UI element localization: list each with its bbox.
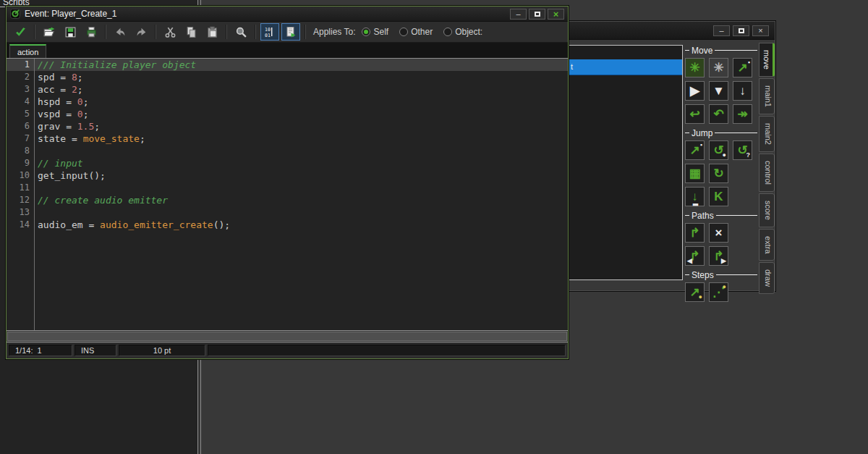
code-line[interactable]: 11 — [7, 182, 568, 194]
code-line[interactable]: 3acc = 2; — [7, 83, 568, 96]
set-friction-icon: ↠ — [737, 108, 747, 120]
code-line[interactable]: 2spd = 8; — [7, 71, 568, 83]
close-button[interactable]: × — [548, 9, 564, 20]
step-avoiding-action-button[interactable]: ⋰● — [709, 282, 728, 302]
event-window-titlebar[interactable]: Event: Player_Create_1 – × — [7, 7, 568, 22]
jump-to-position-action-button[interactable]: ↗▪ — [685, 140, 705, 160]
radio-other[interactable] — [399, 28, 408, 36]
path-speed-action-button[interactable]: ↱▶ — [709, 246, 728, 266]
code-line[interactable]: 7state = move_state; — [7, 133, 568, 145]
align-to-grid-action-button[interactable]: ▦ — [685, 164, 705, 183]
applies-other-option[interactable]: Other — [399, 27, 433, 37]
set-friction-action-button[interactable]: ↠ — [733, 104, 752, 124]
code-line[interactable]: 4hspd = 0; — [7, 96, 568, 108]
group-label-steps: Steps — [685, 270, 757, 279]
code-line[interactable]: 6grav = 1.5; — [7, 120, 568, 133]
move-towards-icon: ↗ — [737, 62, 747, 74]
horizontal-scrollbar[interactable] — [7, 330, 568, 342]
line-number: 11 — [7, 182, 34, 194]
jump-to-start-action-button[interactable]: ↺● — [709, 140, 728, 160]
line-number: 5 — [7, 108, 34, 120]
undo-button[interactable] — [111, 23, 129, 41]
open-file-button[interactable] — [40, 23, 59, 41]
redo-button[interactable] — [132, 23, 150, 41]
paste-button[interactable] — [203, 23, 221, 41]
tab-extra[interactable]: extra — [759, 229, 775, 261]
maximize-icon — [739, 28, 744, 33]
code-line[interactable]: 5vspd = 0; — [7, 108, 568, 120]
tab-main1[interactable]: main1 — [759, 78, 775, 114]
set-path-action-button[interactable]: ↱ — [685, 223, 705, 243]
line-numbers-toggle[interactable]: 10 01 — [260, 23, 279, 41]
code-text: hspd = 0; — [34, 96, 88, 108]
line-number: 10 — [7, 169, 34, 182]
tab-control[interactable]: control — [759, 154, 775, 192]
applies-object-option[interactable]: Object: — [443, 27, 482, 37]
open-folder-icon — [43, 26, 56, 38]
maximize-button[interactable] — [529, 9, 545, 20]
minimize-button[interactable]: – — [713, 25, 730, 36]
bounce-action-button[interactable]: K — [709, 187, 728, 206]
radio-self[interactable] — [362, 28, 370, 36]
code-text: /// Initialize player object — [34, 59, 196, 71]
minimize-button[interactable]: – — [510, 9, 527, 20]
cut-button[interactable] — [161, 23, 179, 41]
goto-line-toggle[interactable] — [281, 23, 300, 41]
speed-vertical-action-button[interactable]: ▼ — [709, 81, 728, 101]
move-fixed-icon: ✳ — [689, 62, 699, 74]
speed-horizontal-action-button[interactable]: ▶ — [685, 81, 705, 101]
code-line[interactable]: 1/// Initialize player object — [7, 59, 568, 71]
code-area[interactable]: 1/// Initialize player object2spd = 8;3a… — [7, 59, 568, 330]
line-number: 7 — [7, 133, 34, 145]
code-text: acc = 2; — [34, 83, 83, 96]
copy-button[interactable] — [182, 23, 200, 41]
maximize-button[interactable] — [733, 25, 749, 36]
code-line[interactable]: 14audio_em = audio_emitter_create(); — [7, 219, 568, 231]
reverse-vertical-action-button[interactable]: ↶ — [709, 104, 728, 124]
tab-score[interactable]: score — [759, 193, 775, 227]
set-gravity-action-button[interactable]: ↓ — [733, 81, 752, 101]
move-to-contact-action-button[interactable]: ↓▂ — [685, 187, 705, 206]
tab-main2[interactable]: main2 — [759, 116, 775, 152]
wrap-screen-action-button[interactable]: ↻ — [709, 164, 728, 183]
maximize-icon — [535, 12, 540, 17]
applies-self-option[interactable]: Self — [362, 27, 388, 37]
check-icon — [14, 26, 27, 38]
code-line[interactable]: 10get_input(); — [7, 169, 568, 182]
find-button[interactable] — [231, 23, 250, 41]
move-fixed-action-button[interactable]: ✳ — [685, 58, 705, 77]
tab-action[interactable]: action — [9, 44, 46, 58]
save-floppy-icon — [64, 26, 77, 38]
radio-object[interactable] — [443, 28, 452, 36]
jump-to-random-action-button[interactable]: ↺? — [733, 140, 752, 160]
ok-check-button[interactable] — [11, 23, 30, 41]
tab-move[interactable]: move — [759, 43, 775, 77]
close-button[interactable]: × — [752, 25, 769, 36]
code-editor: 1/// Initialize player object2spd = 8;3a… — [7, 58, 568, 342]
speed-horizontal-icon: ▶ — [690, 85, 699, 97]
code-line[interactable]: 9// input — [7, 157, 568, 169]
reverse-horizontal-action-button[interactable]: ↩ — [685, 104, 705, 124]
save-button[interactable] — [61, 23, 80, 41]
print-button[interactable] — [82, 23, 101, 41]
svg-text:01: 01 — [265, 33, 271, 38]
code-line[interactable]: 13 — [7, 206, 568, 219]
move-free-action-button[interactable]: ✳ — [709, 58, 728, 77]
tab-draw[interactable]: draw — [759, 262, 775, 294]
event-code-window: Event: Player_Create_1 – × — [6, 6, 569, 359]
code-line[interactable]: 8 — [7, 145, 568, 157]
set-gravity-icon: ↓ — [739, 85, 746, 97]
path-position-action-button[interactable]: ↱◀ — [685, 246, 705, 266]
toolbar-separator — [255, 25, 256, 39]
move-towards-action-button[interactable]: ↗▪ — [733, 58, 752, 77]
end-path-action-button[interactable]: × — [709, 223, 728, 243]
code-text: // input — [34, 157, 83, 169]
line-number: 6 — [7, 120, 34, 133]
code-line[interactable]: 12// create audio emitter — [7, 194, 568, 206]
step-towards-action-button[interactable]: ↗● — [685, 282, 705, 302]
printer-icon — [85, 26, 98, 38]
jump-to-position-icon: ↗ — [689, 144, 699, 156]
editor-toolbar: 10 01 Applies To: Self Other Object: — [7, 22, 568, 43]
line-number: 8 — [7, 145, 34, 157]
scrollbar-thumb[interactable] — [7, 332, 567, 341]
